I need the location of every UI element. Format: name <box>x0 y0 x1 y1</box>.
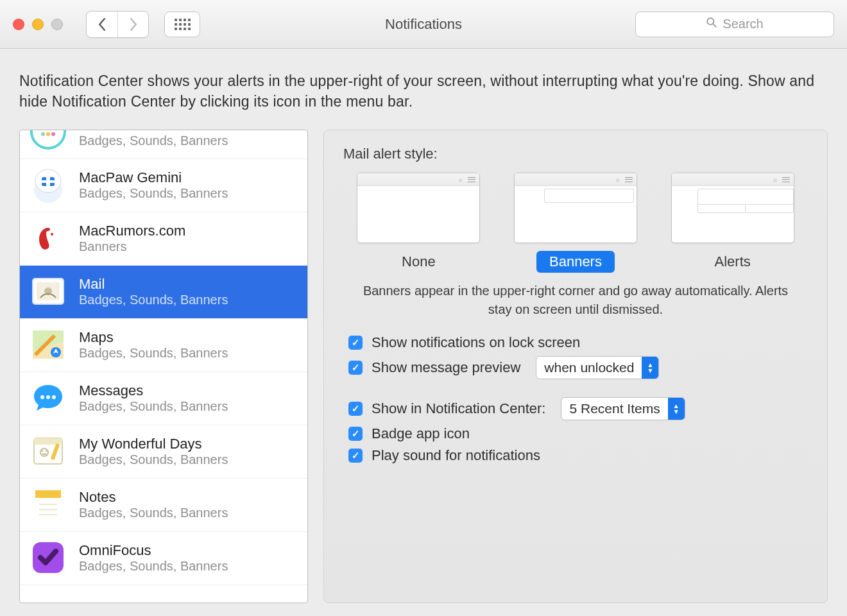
window-controls <box>13 19 63 30</box>
checkbox-checked-icon: ✓ <box>348 449 363 463</box>
svg-point-22 <box>46 395 50 399</box>
option-lock-screen[interactable]: ✓ Show notifications on lock screen <box>348 334 808 351</box>
search-placeholder: Search <box>723 17 763 31</box>
back-button[interactable] <box>87 12 117 37</box>
option-message-preview[interactable]: ✓ Show message preview when unlocked ▲▼ <box>348 356 808 379</box>
description-text: Notification Center shows your alerts in… <box>19 71 828 112</box>
gemini-icon <box>29 166 67 204</box>
svg-point-3 <box>41 132 45 136</box>
svg-rect-31 <box>35 490 61 498</box>
search-input[interactable]: Search <box>635 12 834 37</box>
svg-point-27 <box>42 450 43 452</box>
alert-style-label: None <box>389 251 449 273</box>
titlebar: Notifications Search <box>0 0 847 49</box>
circle-dots-icon <box>29 130 67 151</box>
app-name: Notes <box>79 489 228 506</box>
app-row-messages[interactable]: MessagesBadges, Sounds, Banners <box>20 372 307 425</box>
alert-style-preview: ⌕ <box>671 173 794 243</box>
app-subtitle: Badges, Sounds, Banners <box>79 506 228 520</box>
option-badge-app-icon[interactable]: ✓ Badge app icon <box>348 425 808 442</box>
alert-style-label: Banners <box>536 251 615 273</box>
svg-point-23 <box>52 395 56 399</box>
alert-style-label: Alerts <box>702 251 764 273</box>
app-subtitle: Badges, Sounds, Banners <box>79 399 228 414</box>
notification-center-select[interactable]: 5 Recent Items ▲▼ <box>561 397 685 420</box>
option-play-sound[interactable]: ✓ Play sound for notifications <box>348 447 808 464</box>
diary-icon <box>29 432 67 470</box>
app-row-mail[interactable]: MailBadges, Sounds, Banners <box>20 266 307 319</box>
alert-style-preview: ⌕ <box>357 173 480 243</box>
svg-point-4 <box>46 132 50 136</box>
notes-icon <box>29 485 67 524</box>
messages-icon <box>29 379 67 417</box>
content: Notification Center shows your alerts in… <box>0 49 847 616</box>
svg-rect-25 <box>34 438 62 445</box>
app-list: Badges, Sounds, BannersMacPaw GeminiBadg… <box>19 130 308 603</box>
app-name: OmniFocus <box>79 542 228 559</box>
svg-line-1 <box>714 24 716 26</box>
macrumors-icon <box>29 219 67 257</box>
checkbox-checked-icon: ✓ <box>348 361 363 375</box>
alert-style-banners[interactable]: ⌕Banners <box>514 173 637 273</box>
app-name: Messages <box>79 382 228 399</box>
checkbox-checked-icon: ✓ <box>348 336 363 350</box>
message-preview-select[interactable]: when unlocked ▲▼ <box>536 356 659 379</box>
app-subtitle: Badges, Sounds, Banners <box>79 452 228 467</box>
minimize-window[interactable] <box>32 19 44 30</box>
show-all-button[interactable] <box>164 12 200 37</box>
app-row-maps[interactable]: MapsBadges, Sounds, Banners <box>20 319 307 372</box>
app-row-macpaw-gemini[interactable]: MacPaw GeminiBadges, Sounds, Banners <box>20 159 307 212</box>
chevron-up-down-icon: ▲▼ <box>642 357 658 379</box>
forward-button <box>117 12 148 37</box>
svg-rect-10 <box>42 180 55 183</box>
app-name: MacPaw Gemini <box>79 169 228 186</box>
svg-point-11 <box>31 221 65 255</box>
app-name: Maps <box>79 329 228 346</box>
app-row-macrumors-com[interactable]: MacRumors.comBanners <box>20 212 307 266</box>
checkbox-checked-icon: ✓ <box>348 427 363 441</box>
zoom-window <box>51 19 63 30</box>
chevron-up-down-icon: ▲▼ <box>668 398 685 420</box>
alert-style-alerts[interactable]: ⌕Alerts <box>671 173 794 273</box>
close-window[interactable] <box>13 19 24 30</box>
omnifocus-icon <box>29 538 67 577</box>
alert-style-heading: Mail alert style: <box>343 146 808 162</box>
app-subtitle: Badges, Sounds, Banners <box>79 133 228 148</box>
app-name: MacRumors.com <box>79 223 185 239</box>
checkbox-checked-icon: ✓ <box>348 402 363 416</box>
alert-style-none[interactable]: ⌕None <box>357 173 480 273</box>
app-subtitle: Badges, Sounds, Banners <box>79 293 228 307</box>
svg-point-5 <box>51 132 55 136</box>
svg-point-28 <box>46 450 47 452</box>
alert-style-preview: ⌕ <box>514 173 637 243</box>
detail-panel: Mail alert style: ⌕None⌕Banners⌕Alerts B… <box>323 130 828 603</box>
search-icon <box>706 17 717 31</box>
svg-point-21 <box>40 395 44 399</box>
app-name: My Wonderful Days <box>79 436 228 452</box>
app-subtitle: Banners <box>79 239 185 254</box>
app-subtitle: Badges, Sounds, Banners <box>79 186 228 201</box>
app-row-omnifocus[interactable]: OmniFocusBadges, Sounds, Banners <box>20 532 307 585</box>
app-row-my-wonderful-days[interactable]: My Wonderful DaysBadges, Sounds, Banners <box>20 425 307 479</box>
app-name: Mail <box>79 276 228 293</box>
app-subtitle: Badges, Sounds, Banners <box>79 559 228 574</box>
option-notification-center[interactable]: ✓ Show in Notification Center: 5 Recent … <box>348 397 808 420</box>
alert-style-help: Banners appear in the upper-right corner… <box>363 282 789 319</box>
svg-point-12 <box>51 233 53 235</box>
mail-icon <box>29 272 67 311</box>
maps-icon <box>29 325 67 364</box>
app-row-notes[interactable]: NotesBadges, Sounds, Banners <box>20 479 307 532</box>
app-row-partial[interactable]: Badges, Sounds, Banners <box>20 130 307 159</box>
app-subtitle: Badges, Sounds, Banners <box>79 346 228 361</box>
nav-back-forward <box>86 11 149 38</box>
